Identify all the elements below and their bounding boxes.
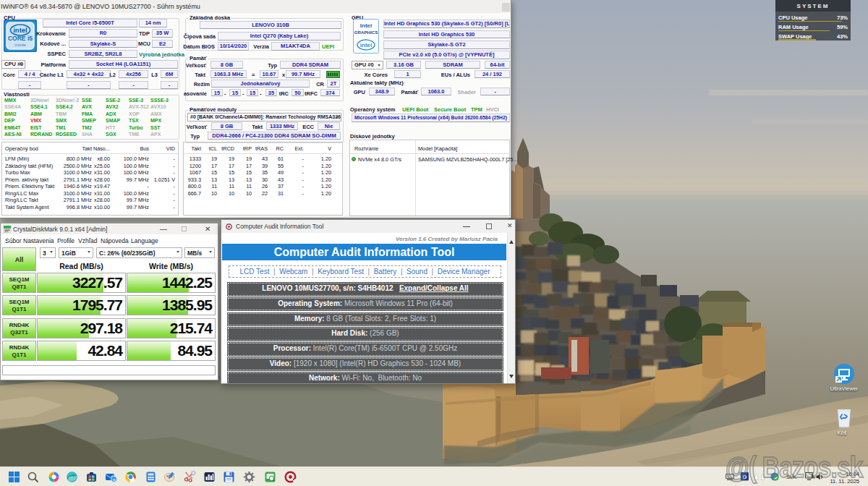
svg-text:o: o (113, 477, 116, 482)
svg-text:Intel: Intel (360, 22, 372, 29)
svg-text:GRAPHICS: GRAPHICS (354, 30, 378, 35)
svg-text:intel: intel (360, 42, 372, 48)
